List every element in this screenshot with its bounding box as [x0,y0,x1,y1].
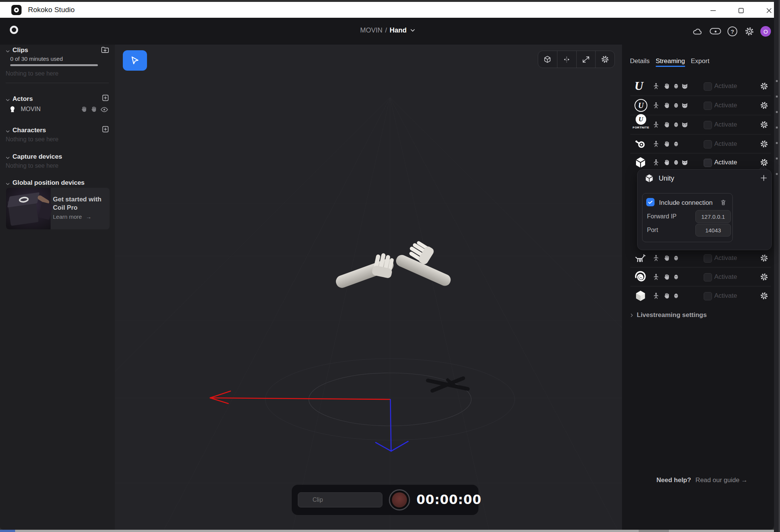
select-tool-button[interactable] [123,50,147,71]
face-capability-icon [672,82,680,90]
blender-icon[interactable] [634,138,647,150]
livestreaming-settings-toggle[interactable]: Livestreaming settings [629,311,707,319]
close-button[interactable] [766,7,772,14]
maximize-button[interactable] [738,7,744,14]
capture-devices-collapse-chevron-icon[interactable] [5,155,11,161]
cavalry-animal-icon[interactable] [633,251,647,265]
characters-section-title[interactable]: Characters [12,127,46,134]
viewport-3d[interactable]: 00:00:00 [115,45,622,530]
target-settings-gear-icon[interactable] [760,272,769,281]
view-cube-button[interactable] [538,51,557,68]
coil-pro-learn-more-link[interactable]: Learn more → [53,213,91,220]
breadcrumb-current[interactable]: Hand [390,26,407,34]
add-character-icon[interactable] [101,125,110,133]
app-header: MOVIN / Hand ? O [0,18,774,45]
target-settings-gear-icon[interactable] [760,254,769,263]
characters-collapse-chevron-icon[interactable] [5,128,11,134]
breadcrumb-project[interactable]: MOVIN [360,26,382,34]
clip-name-field[interactable] [298,492,382,507]
global-position-collapse-chevron-icon[interactable] [5,181,11,187]
activate-label: Activate [714,121,737,128]
activate-checkbox[interactable] [704,140,712,148]
divider [630,96,771,96]
title-bar: Rokoko Studio [0,2,774,18]
include-connection-checkbox[interactable] [646,198,655,206]
streaming-target-row-unity: Activate [622,153,774,172]
creature-capability-icon [681,82,689,90]
activate-label: Activate [714,82,737,90]
tab-export[interactable]: Export [691,57,709,65]
clip-name-input[interactable] [298,492,382,507]
characters-empty-text: Nothing to see here [6,136,59,143]
fullscreen-button[interactable] [577,51,596,68]
target-settings-gear-icon[interactable] [760,101,769,110]
activate-checkbox[interactable] [704,273,712,281]
divider [630,267,771,268]
help-link[interactable]: Read our guide → [695,476,748,484]
activate-checkbox[interactable] [704,254,712,263]
breadcrumb[interactable]: MOVIN / Hand [360,25,428,35]
port-input[interactable] [695,224,731,237]
add-connection-plus-icon[interactable] [759,173,768,182]
visibility-eye-icon[interactable] [100,105,108,114]
clips-section-title[interactable]: Clips [12,46,28,54]
record-button[interactable] [389,489,410,510]
left-hand-icon[interactable] [80,105,88,113]
toggle-icon[interactable] [710,28,721,34]
body-capability-icon [652,121,660,128]
actors-section-title[interactable]: Actors [12,95,33,103]
settings-gear-icon[interactable] [744,26,755,37]
minimize-button[interactable] [710,7,717,14]
actor-name[interactable]: MOVIN [21,106,40,113]
target-settings-gear-icon[interactable] [760,82,769,91]
actor-row[interactable]: MOVIN [0,102,115,116]
chevron-down-icon[interactable] [409,27,416,34]
forward-ip-input[interactable] [695,210,731,223]
target-settings-gear-icon[interactable] [760,139,769,148]
unreal-engine-circle-icon[interactable]: U [635,99,647,112]
unreal-engine-icon[interactable]: U [635,79,643,93]
unity-icon[interactable] [634,156,647,169]
activate-checkbox[interactable] [704,121,712,129]
fortnite-icon[interactable]: U [636,114,646,125]
cube-target-icon[interactable] [634,289,647,302]
chevron-right-icon [629,312,635,318]
arrow-right-icon: → [741,476,748,484]
tab-details[interactable]: Details [630,57,650,65]
help-icon[interactable]: ? [727,26,737,36]
avatar[interactable]: O [760,26,771,37]
rokoko-ring-logo-icon[interactable] [10,26,18,34]
divider [6,83,109,83]
background-window-right-sliver [774,0,780,532]
unity-popup-title: Unity [659,175,674,182]
viewport-settings-button[interactable] [596,51,614,68]
screen: { "window": { "title": "Rokoko Studio", … [0,0,780,532]
clips-collapse-chevron-icon[interactable] [5,48,11,54]
right-hand-icon[interactable] [90,105,98,113]
x-axis-arrow [210,391,390,404]
port-label: Port [647,227,658,234]
activate-checkbox[interactable] [704,102,712,110]
z-axis-arrow [376,399,408,451]
activate-checkbox[interactable] [704,292,712,300]
connection-card: Include connection Forward IP Port [642,193,733,242]
hand-capability-icon [663,159,670,166]
coil-pro-card[interactable]: Get started with Coil Pro Learn more → [6,188,110,229]
target-settings-gear-icon[interactable] [760,120,769,129]
target-settings-gear-icon[interactable] [760,158,769,167]
capture-devices-section-title[interactable]: Capture devices [12,153,62,161]
delete-connection-trash-icon[interactable] [720,199,727,206]
hands-shadow [426,376,470,393]
global-position-section-title[interactable]: Global position devices [12,179,85,187]
target-settings-gear-icon[interactable] [760,291,769,300]
mirror-button[interactable] [557,51,577,68]
activate-checkbox[interactable] [704,159,712,167]
new-clip-folder-icon[interactable] [101,45,110,54]
forward-ip-label: Forward IP [647,213,676,220]
tab-streaming[interactable]: Streaming [656,57,685,65]
cloud-icon[interactable] [692,26,703,37]
recorder-bar: 00:00:00 [292,485,478,515]
add-actor-icon[interactable] [101,94,110,102]
houdini-spiral-icon[interactable] [634,271,647,283]
activate-checkbox[interactable] [704,82,712,91]
